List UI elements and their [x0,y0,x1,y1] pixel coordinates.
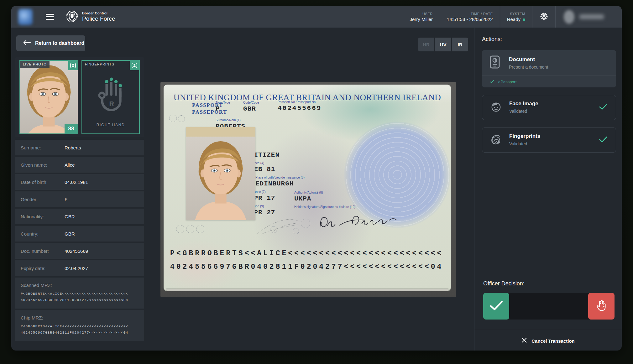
mode-ir-button[interactable]: IR [452,38,468,51]
time-date-section: TIME / DATE 14:51:53 - 28/05/2022 [440,6,500,28]
officer-decision-bar [483,293,615,320]
system-status: Ready [507,17,525,22]
document-card-top: Document Present a document [482,50,616,75]
settings-button[interactable] [532,6,555,28]
mode-uv-button[interactable]: UV [435,38,451,51]
user-label: USER [410,12,433,16]
fingerprints-label: FINGERPRINTS [82,61,117,68]
live-photo-card: LIVE PHOTO [19,60,78,134]
check-icon [489,79,494,85]
app-window: Border Control Police Force USER Jerry M… [11,6,622,351]
scanned-mrz-line1: P<GROBERTS<<ALICE<<<<<<<<<<<<<<<<<<<<<<<… [21,291,144,297]
authority-value: UKPA [294,195,311,202]
pob-value: EDINBURGH [255,180,294,187]
passport-mrz: P<GBRROBERTS<<ALICE<<<<<<<<<<<<<<<<<<<<<… [170,247,443,274]
officer-decision-label: Officer Decision: [483,280,525,287]
user-section: USER Jerry Miller [403,6,440,28]
passport-document-icon [489,55,500,70]
cancel-transaction-label: Cancel Transaction [531,338,575,344]
epassport-status: ePassport [489,79,517,85]
arrow-left-icon [23,40,31,46]
cancel-divider [474,329,622,329]
type-label: Type/Type [216,101,230,104]
stop-hand-icon [596,300,607,313]
passport-no-label: Passport No./Passeport No [278,100,316,104]
action-card-face-image[interactable]: Face Image Validated [482,95,616,120]
mode-hr-button[interactable]: HR [418,38,434,51]
surname-label: Surname/Nom (1) [216,118,240,122]
fingerprints-card-subtitle: Validated [509,141,527,146]
scanned-mrz-line2: 4024556697GBR0402811F0204277<<<<<<<<<<<<… [21,297,144,303]
cancel-transaction-button[interactable]: Cancel Transaction [474,334,622,347]
status-ready-dot [523,18,525,21]
svg-text:R: R [109,100,114,108]
scanned-mrz-label: Scanned MRZ: [21,283,144,288]
passport-mrz-line2: 4024556697GBR0402811F0204277<<<<<<<<<<<<… [170,260,443,274]
return-to-dashboard-label: Return to dashboard [35,40,84,46]
pob-label: Place of birth/Lieu de naissance (6) [255,176,305,179]
document-card-title: Document [509,56,535,63]
passport-page: UNITED KINGDOM OF GREAT BRITAIN AND NORT… [164,85,451,291]
fingerprint-icon [490,133,502,147]
code-value: GBR [243,105,256,112]
live-photo-label: LIVE PHOTO [20,61,50,68]
gear-icon [540,12,548,22]
chip-mrz-line2: 4024556697GBR0402811F0204277<<<<<<<<<<<<… [21,330,144,336]
close-icon [521,337,527,344]
action-card-document[interactable]: Document Present a document ePassport [482,50,616,87]
face-card-subtitle: Validated [509,109,527,114]
field-row-doc-number: Doc. number:402455669 [15,243,144,259]
profile-section[interactable] [555,6,622,28]
brand-line1: Border Control [82,11,115,15]
approve-button[interactable] [483,293,509,320]
face-validated-check-icon [599,103,608,112]
return-to-dashboard-button[interactable]: Return to dashboard [16,35,85,51]
right-hand-icon: R [94,75,127,115]
desktop-backdrop: Border Control Police Force USER Jerry M… [0,0,633,364]
field-row-given-name: Given name:Alice [15,157,144,173]
menu-icon[interactable] [46,14,54,20]
actions-title: Actions: [482,36,502,43]
avatar [564,10,574,24]
person-frame-icon [68,61,78,70]
field-row-surname: Surname:Roberts [15,140,144,155]
face-icon [490,101,502,114]
user-value: Jerry Miller [410,17,433,22]
authority-label: Authority/Autorité (8) [294,191,323,194]
signature-label: Holder's signature/Signature du titulair… [294,205,355,209]
reject-button[interactable] [588,293,615,320]
chip-mrz-block: Chip MRZ: P<GROBERTS<<ALICE<<<<<<<<<<<<<… [15,310,144,341]
chip-mrz-line1: P<GROBERTS<<ALICE<<<<<<<<<<<<<<<<<<<<<<<… [21,323,144,330]
system-section: SYSTEM Ready [500,6,532,28]
field-row-nationality: Nationality:GBR [15,209,144,224]
document-data-list: Surname:Roberts Given name:Alice Date of… [15,140,144,341]
police-badge-icon [66,10,78,24]
person-frame-icon [130,61,139,70]
type-value: P [216,105,220,112]
face-match-score-badge: 88 [65,124,78,133]
scanned-mrz-block: Scanned MRZ: P<GROBERTS<<ALICE<<<<<<<<<<… [15,278,144,309]
holder-signature [318,211,399,235]
passport-scan-image: UNITED KINGDOM OF GREAT BRITAIN AND NORT… [160,82,456,297]
passport-portrait-photo [186,127,255,220]
top-bar: Border Control Police Force USER Jerry M… [11,6,622,28]
live-photo-image [20,61,78,133]
passport-mrz-line1: P<GBRROBERTS<<ALICE<<<<<<<<<<<<<<<<<<<<<… [170,247,443,260]
brand-line2: Police Force [82,15,115,22]
field-row-expiry-date: Expiry date:02.04.2027 [15,260,144,276]
app-logo [18,9,33,25]
system-label: SYSTEM [507,12,525,16]
passport-word-fr: PASSEPORT [192,109,227,115]
fingerprints-card-title: Fingerprints [509,133,540,139]
passport-no-value: 402455669 [278,105,322,112]
field-row-gender: Gender:F [15,191,144,207]
epassport-status-label: ePassport [498,80,517,84]
right-hand-caption: RIGHT HAND [82,123,139,127]
time-date-label: TIME / DATE [447,12,493,16]
guilloche-sketch [254,216,301,239]
action-card-fingerprints[interactable]: Fingerprints Validated [482,127,616,153]
panel-vertical-divider [474,28,474,351]
check-icon [489,300,503,312]
biometrics-panel: LIVE PHOTO [15,57,144,137]
fingerprints-card: FINGERPRINTS [81,60,140,134]
